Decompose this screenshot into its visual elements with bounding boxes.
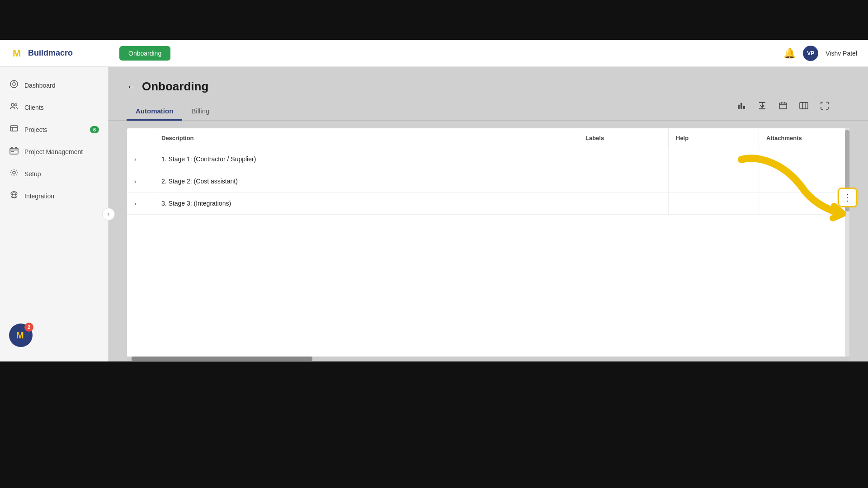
sidebar-logo-bottom[interactable]: M 2 (9, 324, 33, 347)
collapse-sidebar-button[interactable]: ‹ (102, 208, 115, 221)
row-description: 1. Stage 1: (Contractor / Supplier) (161, 155, 256, 163)
svg-rect-16 (738, 104, 740, 108)
td-description-2: 2. Stage 2: (Cost assistant) (154, 170, 578, 192)
svg-rect-17 (741, 103, 742, 108)
row-description: 3. Stage 3: (Integrations) (161, 200, 231, 207)
notification-badge: 2 (24, 323, 33, 332)
td-labels-1 (578, 148, 669, 170)
th-labels: Labels (578, 128, 669, 148)
logo-area: M Buildmacro (11, 47, 110, 60)
td-expand-2[interactable]: › (127, 170, 154, 192)
svg-text:M: M (16, 330, 24, 340)
tabs-row: Automation Billing (108, 94, 868, 121)
svg-point-4 (11, 103, 14, 106)
svg-rect-11 (15, 147, 17, 149)
svg-rect-22 (779, 103, 787, 108)
sidebar-item-label: Projects (24, 126, 47, 133)
sidebar-item-dashboard[interactable]: Dashboard (0, 74, 108, 96)
td-attachments-3 (759, 192, 849, 214)
td-help-2 (669, 170, 759, 192)
integration-icon (9, 190, 19, 202)
td-expand-1[interactable]: › (127, 148, 154, 170)
td-help-3 (669, 192, 759, 214)
td-description-3: 3. Stage 3: (Integrations) (154, 192, 578, 214)
svg-rect-18 (743, 106, 745, 108)
sidebar-item-project-management[interactable]: Project Management (0, 141, 108, 163)
svg-point-5 (15, 104, 17, 106)
onboarding-tab-button[interactable]: Onboarding (119, 46, 170, 61)
sidebar-item-label: Setup (24, 170, 41, 178)
header-right: 🔔 VP Vishv Patel (783, 46, 857, 61)
import-icon[interactable] (755, 98, 769, 113)
page-header: ← Onboarding (108, 67, 868, 94)
td-expand-3[interactable]: › (127, 192, 154, 214)
sidebar-item-clients[interactable]: Clients (0, 96, 108, 118)
svg-text:M: M (13, 47, 21, 59)
scrollbar-horizontal[interactable] (127, 357, 849, 361)
app-area: M Buildmacro Onboarding 🔔 VP Vishv Patel (0, 40, 868, 361)
table-header: Description Labels Help Attachments (127, 128, 849, 148)
th-attachments: Attachments (759, 128, 849, 148)
svg-rect-10 (11, 147, 13, 149)
sidebar-bottom: M 2 (0, 316, 108, 354)
content-area: ‹ ← Onboarding Automation Billing (108, 67, 868, 361)
columns-icon[interactable] (797, 98, 811, 113)
sidebar-item-projects[interactable]: Projects 6 (0, 118, 108, 141)
logo-icon: M (11, 47, 24, 60)
projects-icon (9, 124, 19, 135)
black-bar-top (0, 0, 868, 40)
calendar-icon[interactable] (776, 98, 790, 113)
sidebar-item-label: Dashboard (24, 82, 56, 89)
td-labels-3 (578, 192, 669, 214)
chevron-right-icon[interactable]: › (134, 155, 137, 163)
td-labels-2 (578, 170, 669, 192)
scrollbar-vertical[interactable] (845, 128, 849, 361)
chevron-right-icon[interactable]: › (134, 200, 137, 207)
main-layout: Dashboard Clients (0, 67, 868, 361)
sidebar-item-label: Project Management (24, 148, 83, 155)
page-title: Onboarding (142, 80, 208, 94)
sidebar-item-setup[interactable]: Setup (0, 163, 108, 185)
avatar: VP (803, 46, 818, 61)
th-description: Description (154, 128, 578, 148)
sidebar: Dashboard Clients (0, 67, 108, 361)
table-row: › 3. Stage 3: (Integrations) (127, 192, 849, 215)
black-bar-bottom (0, 361, 868, 488)
row-description: 2. Stage 2: (Cost assistant) (161, 178, 238, 185)
tab-billing[interactable]: Billing (182, 103, 218, 121)
td-attachments-1 (759, 148, 849, 170)
scroll-thumb-horizontal[interactable] (132, 357, 312, 361)
svg-rect-6 (10, 126, 18, 131)
app-name: Buildmacro (28, 48, 73, 58)
toolbar-icons (734, 98, 832, 113)
sidebar-item-label: Integration (24, 192, 54, 200)
project-management-icon (9, 146, 19, 157)
fullscreen-icon[interactable] (817, 98, 832, 113)
sidebar-item-label: Clients (24, 104, 44, 111)
svg-rect-26 (800, 102, 808, 108)
table-row: › 2. Stage 2: (Cost assistant) (127, 170, 849, 192)
setup-icon (9, 168, 19, 179)
chevron-right-icon[interactable]: › (134, 178, 137, 185)
svg-point-12 (13, 171, 15, 174)
svg-point-2 (13, 83, 15, 85)
table-container: Description Labels Help Attachments › 1.… (127, 128, 850, 361)
more-options-button[interactable]: ⋮ (838, 188, 857, 207)
th-expand (127, 128, 154, 148)
clients-icon (9, 102, 19, 113)
dashboard-icon (9, 80, 19, 91)
projects-badge: 6 (90, 126, 99, 133)
user-name: Vishv Patel (826, 50, 857, 57)
back-button[interactable]: ← (127, 81, 137, 93)
tab-automation[interactable]: Automation (127, 103, 182, 121)
table-row: › 1. Stage 1: (Contractor / Supplier) (127, 148, 849, 170)
td-description-1: 1. Stage 1: (Contractor / Supplier) (154, 148, 578, 170)
notification-bell-icon[interactable]: 🔔 (783, 47, 796, 59)
header: M Buildmacro Onboarding 🔔 VP Vishv Patel (0, 40, 868, 67)
sidebar-item-integration[interactable]: Integration (0, 185, 108, 207)
td-help-1 (669, 148, 759, 170)
more-options-icon: ⋮ (843, 192, 852, 203)
th-help: Help (669, 128, 759, 148)
bar-chart-icon[interactable] (734, 98, 749, 113)
td-attachments-2 (759, 170, 849, 192)
